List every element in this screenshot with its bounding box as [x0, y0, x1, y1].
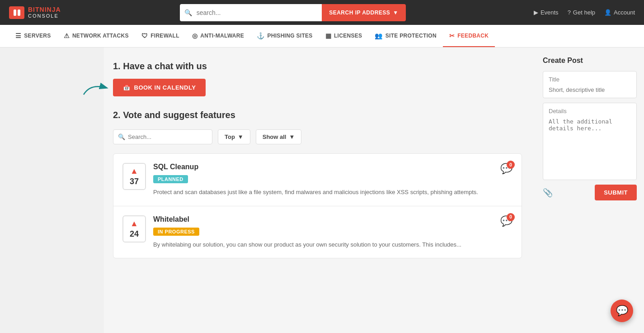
comment-count-whitelabel: 0 [507, 213, 515, 221]
brand-sub: CONSOLE [28, 13, 61, 19]
feature-card-whitelabel: ▲ 24 Whitelabel IN PROGRESS By whitelabi… [113, 206, 522, 258]
events-icon: ▶ [534, 9, 538, 16]
post-details-input[interactable] [543, 116, 636, 180]
step1-title: 1. Have a chat with us [113, 61, 522, 71]
decorative-arrow-1 [81, 79, 113, 97]
logo-text: BITNINJA CONSOLE [28, 6, 61, 19]
main-content: 1. Have a chat with us 📅 BOOK IN CALENDL… [0, 48, 644, 333]
status-badge-whitelabel: IN PROGRESS [153, 228, 199, 236]
feature-search-wrap: 🔍 [113, 129, 212, 144]
nav-phishing-sites[interactable]: ⚓ PHISHING SITES [250, 25, 319, 47]
book-calendly-button[interactable]: 📅 BOOK IN CALENDLY [113, 79, 206, 96]
nav-firewall[interactable]: 🛡 FIREWALL [135, 25, 186, 47]
nav-licenses[interactable]: ▦ LICENSES [319, 25, 369, 47]
chat-bubble-button[interactable]: 💬 [611, 300, 633, 322]
step2-title: 2. Vote and suggest features [113, 110, 522, 120]
servers-icon: ☰ [15, 32, 21, 39]
status-badge-sql: PLANNED [153, 175, 188, 183]
comment-area-whitelabel: 💬 0 [500, 215, 512, 227]
calendar-icon: 📅 [123, 84, 131, 91]
nav-feedback[interactable]: ✂ FEEDBACK [443, 25, 495, 47]
upvote-icon-whitelabel: ▲ [130, 219, 138, 228]
feature-title-sql: SQL Cleanup [153, 163, 493, 171]
comment-button-whitelabel[interactable]: 💬 0 [500, 215, 512, 227]
logo-icon [9, 6, 24, 19]
vote-box-sql-cleanup[interactable]: ▲ 37 [122, 163, 146, 190]
feature-search-input[interactable] [125, 130, 207, 144]
search-input[interactable] [195, 5, 317, 20]
filter-row: 🔍 Top ▼ Show all ▼ [113, 129, 522, 144]
submit-button[interactable]: SUBMIT [595, 185, 637, 200]
firewall-icon: 🛡 [141, 32, 148, 39]
logo[interactable]: BITNINJA CONSOLE [9, 6, 61, 19]
header-nav: ▶ Events ? Get help 👤 Account [534, 9, 635, 16]
search-ip-button[interactable]: SEARCH IP ADDRESS ▼ [322, 4, 406, 21]
comment-count-sql: 0 [507, 161, 515, 169]
post-details-field: Details [543, 103, 637, 180]
feature-title-whitelabel: Whitelabel [153, 215, 493, 224]
upvote-icon-sql: ▲ [130, 166, 138, 176]
sort-chevron-icon: ▼ [238, 133, 244, 140]
nav-site-protection[interactable]: 👥 SITE PROTECTION [368, 25, 443, 47]
account-link[interactable]: 👤 Account [604, 9, 635, 16]
nav-bar: ☰ SERVERS ⚠ NETWORK ATTACKS 🛡 FIREWALL ◎… [0, 25, 644, 48]
features-list: ▲ 37 SQL Cleanup PLANNED Protect and sca… [113, 153, 522, 258]
comment-button-sql[interactable]: 💬 0 [500, 163, 512, 175]
chevron-down-icon: ▼ [393, 10, 398, 16]
comment-area-sql: 💬 0 [500, 163, 512, 175]
feature-body-sql: SQL Cleanup PLANNED Protect and scan dat… [153, 163, 493, 197]
network-attacks-icon: ⚠ [64, 32, 70, 39]
decorative-arrow-2 [113, 186, 116, 201]
feature-desc-whitelabel: By whitelabing our solution, you can sho… [153, 240, 493, 249]
account-icon: 👤 [604, 9, 611, 16]
post-title-field: Title [543, 71, 637, 98]
licenses-icon: ▦ [325, 32, 331, 39]
show-all-button[interactable]: Show all ▼ [256, 129, 302, 144]
post-actions: 📎 SUBMIT [543, 185, 637, 200]
feature-body-whitelabel: Whitelabel IN PROGRESS By whitelabing ou… [153, 215, 493, 249]
step1-content: 📅 BOOK IN CALENDLY [113, 79, 522, 110]
phishing-icon: ⚓ [257, 32, 264, 39]
create-post-panel: Create Post Title Details 📎 SUBMIT [536, 48, 644, 209]
filter-chevron-icon: ▼ [289, 133, 295, 140]
right-panel: Create Post Title Details 📎 SUBMIT [536, 48, 644, 333]
feedback-icon: ✂ [449, 32, 455, 39]
search-area: 🔍 SEARCH IP ADDRESS ▼ [180, 4, 406, 21]
sort-top-button[interactable]: Top ▼ [218, 129, 250, 144]
chat-bubble-icon: 💬 [616, 305, 628, 317]
post-details-label: Details [543, 103, 636, 116]
anti-malware-icon: ◎ [192, 32, 197, 39]
feature-search-icon: 🔍 [118, 133, 125, 140]
help-icon: ? [568, 9, 571, 16]
header: BITNINJA CONSOLE 🔍 SEARCH IP ADDRESS ▼ ▶… [0, 0, 644, 25]
feature-card-sql-cleanup: ▲ 37 SQL Cleanup PLANNED Protect and sca… [113, 154, 522, 206]
vote-count-sql: 37 [130, 177, 139, 186]
attach-icon[interactable]: 📎 [543, 188, 553, 198]
events-link[interactable]: ▶ Events [534, 9, 559, 16]
site-protection-icon: 👥 [375, 32, 382, 39]
post-title-input[interactable] [543, 85, 636, 98]
brand-name: BITNINJA [28, 6, 61, 13]
search-wrap: 🔍 [180, 4, 322, 21]
create-post-title: Create Post [543, 57, 637, 65]
center-panel: 1. Have a chat with us 📅 BOOK IN CALENDL… [104, 48, 536, 333]
vote-count-whitelabel: 24 [130, 229, 139, 239]
search-icon: 🔍 [184, 9, 192, 16]
nav-network-attacks[interactable]: ⚠ NETWORK ATTACKS [57, 25, 135, 47]
nav-servers[interactable]: ☰ SERVERS [9, 25, 57, 47]
vote-box-whitelabel[interactable]: ▲ 24 [122, 215, 146, 243]
feature-desc-sql: Protect and scan databases just like a f… [153, 188, 493, 197]
post-title-label: Title [543, 71, 636, 85]
nav-anti-malware[interactable]: ◎ ANTI-MALWARE [186, 25, 250, 47]
get-help-link[interactable]: ? Get help [568, 9, 595, 16]
